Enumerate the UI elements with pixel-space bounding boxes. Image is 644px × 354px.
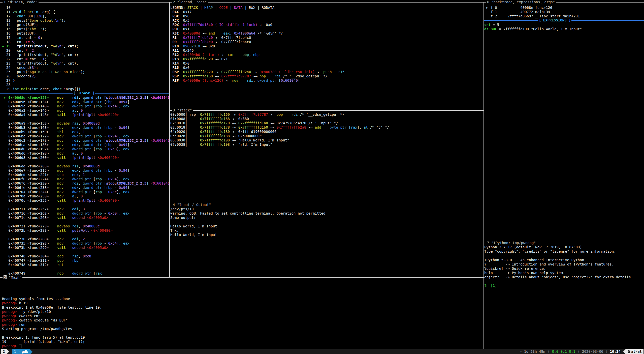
terminal-line: 0x400730 <func+288> mov edi, 2 [2, 237, 169, 241]
terminal-line [2, 203, 169, 207]
terminal-line: pwndbg> b 19 [2, 301, 482, 305]
separator-icon: ⟨ [578, 349, 580, 354]
terminal-line: IPython 5.8.0 -- An enhanced Interactive… [484, 258, 643, 262]
terminal-line: [ DISASM ] [73, 91, 94, 95]
pane-title-io: 4 "Input / Output" [172, 203, 212, 207]
program-io-panel[interactable]: /dev/pts/10warning: GDB: Failed to set c… [170, 207, 483, 277]
terminal-line [2, 288, 482, 292]
active-window-tab[interactable]: 1 ⟩ gdb [12, 349, 30, 354]
window-index-badge[interactable]: 2 [1, 349, 7, 354]
terminal-line: f 1 400772 main+34 [484, 10, 643, 14]
terminal-line: 21 fprintf(stdout, "%d\n", cnt); [2, 53, 169, 57]
terminal-line: 0x400740 <func+304> add rsp, 0xc0 [2, 254, 169, 258]
terminal-line: 01:0008│ 0x7fffffffd168 ◂— 0x380 [170, 117, 483, 121]
terminal-line: object? -> Details about 'object', use '… [484, 275, 643, 279]
pane-title-legend-regs: 2 "legend, regs" [172, 0, 208, 4]
pane-title-ipython: 7 "IPython: tmp/pwndbg" [486, 241, 537, 245]
terminal-line: 0x4006e7 <func+215> mov ecx, dword ptr [… [2, 168, 169, 173]
pane-border-vertical-right[interactable] [484, 2, 484, 349]
terminal-line: Hello World, I'm Input [170, 233, 483, 237]
terminal-line: RBP 0x7fffffffd220 —▸ 0x7fffffffd240 —▸ … [170, 70, 483, 74]
load-average: 0.0 0.1 0.1 [552, 349, 575, 354]
terminal-line: 0x4006d6 <func+198> mov al, 0 [2, 151, 169, 156]
terminal-line: 0x400696 <func+134> mov edx, dword ptr [… [2, 100, 169, 104]
terminal-line: 18 cnt += 5; [2, 40, 169, 44]
backtrace-panel[interactable]: ► f 0 40068e func+126 f 1 400772 main+34… [484, 6, 643, 18]
terminal-line: 7 "IPython: tmp/pwndbg" [487, 241, 536, 245]
registers-panel[interactable]: LEGEND: STACK | HEAP | CODE | DATA | RWX… [170, 6, 483, 109]
terminal-line: 3 "stack" [173, 108, 192, 112]
terminal-line: cnt = 5 [484, 23, 643, 27]
expressions-panel[interactable]: cnt = 5ds BUF = 7fffffffd190 "Hello Worl… [484, 23, 643, 240]
expressions-section-label: [ EXPRESSIONS ] [538, 18, 571, 22]
terminal-line [2, 267, 169, 271]
terminal-line: 0x400747 <func+311> pop rbp [2, 258, 169, 263]
terminal-line: 14 gets(BUF); [2, 23, 169, 27]
terminal-line: 0x4006a4 <func+148> call fprintf@plt <0x… [2, 113, 169, 117]
terminal-line: 04:0020│ 0x7fffffffd180 ◂— 0xffffd190000… [170, 130, 483, 134]
terminal-line: R14 0x0 [170, 61, 483, 66]
terminal-line: Starting program: /tmp/pwndbg/test [2, 327, 482, 331]
terminal-line: 0x400704 <func+244> mov dword ptr [rbp -… [2, 190, 169, 194]
terminal-line [2, 280, 482, 284]
terminal-line: Breakpoint 1 at 0x40068e: file test.c, l… [2, 305, 482, 310]
terminal-line: 06:0030│ 0x7fffffffd190 ◂— "Hello World,… [170, 138, 483, 142]
terminal-line: 0x400711 <func+257> mov edi, 3 [2, 207, 169, 211]
pane-title-stack: 3 "stack" [172, 108, 193, 112]
stack-panel[interactable]: 00:0000│ rsp 0x7fffffffd160 —▸ 0x7ffff7b… [170, 112, 483, 204]
terminal-line: 29 int main(int argc, char *argv[]) [2, 87, 169, 91]
terminal-line: In [1]: [484, 284, 643, 288]
pane-title-main: 5 "Main" [3, 275, 22, 280]
terminal-line: 0x4006f6 <func+230> mov rdi, qword ptr [… [2, 181, 169, 186]
terminal-line: 02:0010│ 0x7fffffffd170 —▸ 0x7fffffffd1a… [170, 121, 483, 125]
terminal-line: 0x400721 <func+273> movabs rdi, 0x40083c [2, 224, 169, 228]
pane-border-io[interactable] [169, 205, 484, 205]
terminal-line: 15 puts("Thx. "); [2, 27, 169, 31]
terminal-line: 0x4006fe <func+238> mov edx, dword ptr [… [2, 186, 169, 190]
hostname-badge: at-at [626, 349, 643, 354]
terminal-line: 0x4006b3 <func+163> mov ecx, dword ptr [… [2, 126, 169, 130]
terminal-line: RCX 0x5 [170, 18, 483, 23]
terminal-line: help -> Python's own help system. [484, 271, 643, 275]
pane-border-vertical-left[interactable] [169, 2, 170, 277]
terminal-line: 0x4006ed <func+221> sub ecx, 1 [2, 173, 169, 177]
terminal-line: LEGEND: STACK | HEAP | CODE | DATA | RWX… [170, 6, 483, 10]
ipython-terminal[interactable]: Python 2.7.17 (default, Nov 7 2019, 10:0… [484, 245, 643, 347]
terminal-line: 0x4006b9 <func+169> shl ecx, 1 [2, 130, 169, 134]
terminal-line: pwndbg> [2, 344, 482, 348]
terminal-line: pwndbg> run [2, 322, 482, 327]
terminal-line: f 2 7ffff7a05b97 __libc_start_main+231 [484, 14, 643, 18]
window-name: gdb [22, 349, 28, 354]
terminal-line: RSP 0x7fffffffd160 —▸ 0x7ffff7b97787 ◂— … [170, 74, 483, 78]
gdb-main-terminal[interactable]: Reading symbols from test...done.pwndbg>… [2, 280, 482, 349]
powerline-arrow-icon [7, 349, 9, 354]
terminal-line: 16 puts(BUF); [2, 31, 169, 36]
terminal-line: 0x4006a2 <func+146> mov al, 0 [2, 108, 169, 113]
terminal-line: 0x4006ca <func+186> mov edx, dword ptr [… [2, 143, 169, 147]
disassembly-listing[interactable]: ► 0x40068e <func+126> mov rdi, qword ptr… [2, 96, 169, 277]
pane-border-main[interactable] [0, 277, 484, 278]
terminal-line: Reading symbols from test...done. [2, 297, 482, 301]
terminal-line [484, 254, 643, 258]
text-cursor [19, 344, 21, 348]
pane-title-backtrace: 6 "backtrace, expressions, args" [486, 0, 556, 4]
terminal-line: 23 fprintf(stdout, "%d\n", cnt); [2, 61, 169, 66]
tmux-screen: 1 "disasm, code" 2 "legend, regs" 6 "bac… [0, 0, 644, 354]
terminal-line: 0x40073b <func+299> call second <0x4005a… [2, 246, 169, 250]
terminal-line: ► 19 fprintf(stdout, "%d\n", cnt); [2, 44, 169, 48]
terminal-line: 13 puts("Some output:\n"); [2, 18, 169, 23]
terminal-line: 0x4006bc <func+172> mov dword ptr [rbp -… [2, 134, 169, 138]
hostname: at-at [631, 349, 642, 354]
pane-border-stack[interactable] [169, 110, 484, 111]
terminal-line: pwndbg> cwatch cnt [2, 314, 482, 318]
terminal-line: R11 0x246 [170, 48, 483, 53]
source-code-listing[interactable]: 10 11 void func(int arg) { 12 char BUF[1… [2, 6, 169, 91]
separator-icon: ⟨ [605, 349, 607, 354]
terminal-line: 0x40072b <func+283> call puts@plt <0x400… [2, 228, 169, 233]
terminal-line: 0x4006a9 <func+153> movabs rsi, 0x40080d [2, 121, 169, 126]
terminal-line: RAX 0x17 [170, 10, 483, 14]
powerline-arrow-icon [623, 349, 626, 354]
terminal-line: ds BUF = 7fffffffd190 "Hello World, I'm … [484, 27, 643, 31]
terminal-line [2, 284, 482, 288]
status-date: 2020-03-06 [582, 349, 603, 354]
